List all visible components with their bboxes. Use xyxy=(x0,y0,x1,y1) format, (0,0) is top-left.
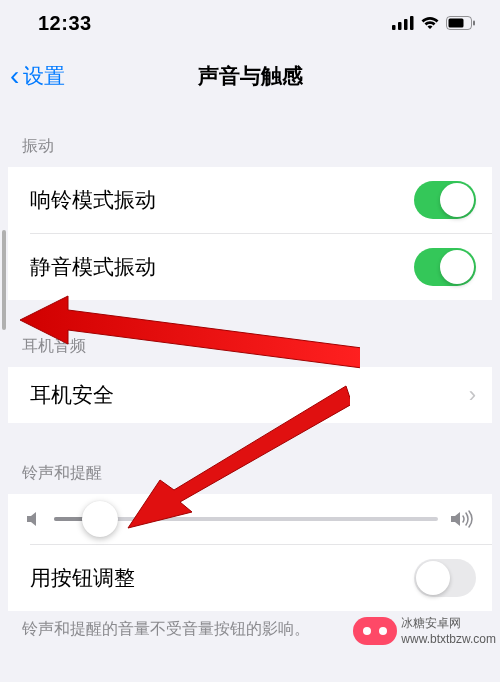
volume-slider-row xyxy=(8,494,492,544)
speaker-high-icon xyxy=(450,510,474,528)
headphone-group: 耳机安全 › xyxy=(8,367,492,423)
section-header-vibration: 振动 xyxy=(0,126,500,167)
ring-vibrate-toggle[interactable] xyxy=(414,181,476,219)
navigation-bar: ‹ 设置 声音与触感 xyxy=(0,46,500,106)
section-header-headphone: 耳机音频 xyxy=(0,326,500,367)
svg-rect-6 xyxy=(473,21,475,26)
speaker-low-icon xyxy=(26,510,42,528)
silent-vibrate-label: 静音模式振动 xyxy=(30,253,156,281)
watermark-text: 冰糖安卓网www.btxtbzw.com xyxy=(401,615,496,646)
settings-content: 振动 响铃模式振动 静音模式振动 耳机音频 耳机安全 › 铃声和提醒 xyxy=(0,106,500,648)
section-header-ringer: 铃声和提醒 xyxy=(0,453,500,494)
scroll-indicator[interactable] xyxy=(2,230,6,330)
silent-vibrate-toggle[interactable] xyxy=(414,248,476,286)
svg-rect-0 xyxy=(392,25,396,30)
status-time: 12:33 xyxy=(38,12,92,35)
slider-thumb[interactable] xyxy=(82,501,118,537)
ring-vibrate-label: 响铃模式振动 xyxy=(30,186,156,214)
chevron-right-icon: › xyxy=(469,382,476,408)
battery-icon xyxy=(446,16,476,30)
silent-vibrate-row[interactable]: 静音模式振动 xyxy=(8,234,492,300)
page-title: 声音与触感 xyxy=(198,62,303,90)
svg-rect-3 xyxy=(410,16,414,30)
volume-slider[interactable] xyxy=(54,517,438,521)
back-label: 设置 xyxy=(23,62,65,90)
status-indicators xyxy=(392,16,476,30)
change-with-buttons-toggle[interactable] xyxy=(414,559,476,597)
back-button[interactable]: ‹ 设置 xyxy=(10,62,65,90)
ringer-group: 用按钮调整 xyxy=(8,494,492,611)
cellular-icon xyxy=(392,16,414,30)
change-with-buttons-row[interactable]: 用按钮调整 xyxy=(8,545,492,611)
svg-rect-5 xyxy=(449,19,464,28)
status-bar: 12:33 xyxy=(0,0,500,46)
headphone-safety-label: 耳机安全 xyxy=(30,381,114,409)
watermark: 冰糖安卓网www.btxtbzw.com xyxy=(353,615,496,646)
headphone-safety-row[interactable]: 耳机安全 › xyxy=(8,367,492,423)
change-with-buttons-label: 用按钮调整 xyxy=(30,564,135,592)
chevron-left-icon: ‹ xyxy=(10,62,19,90)
vibration-group: 响铃模式振动 静音模式振动 xyxy=(8,167,492,300)
svg-rect-2 xyxy=(404,19,408,30)
wifi-icon xyxy=(420,16,440,30)
svg-rect-1 xyxy=(398,22,402,30)
watermark-icon xyxy=(353,617,397,645)
ring-vibrate-row[interactable]: 响铃模式振动 xyxy=(8,167,492,233)
